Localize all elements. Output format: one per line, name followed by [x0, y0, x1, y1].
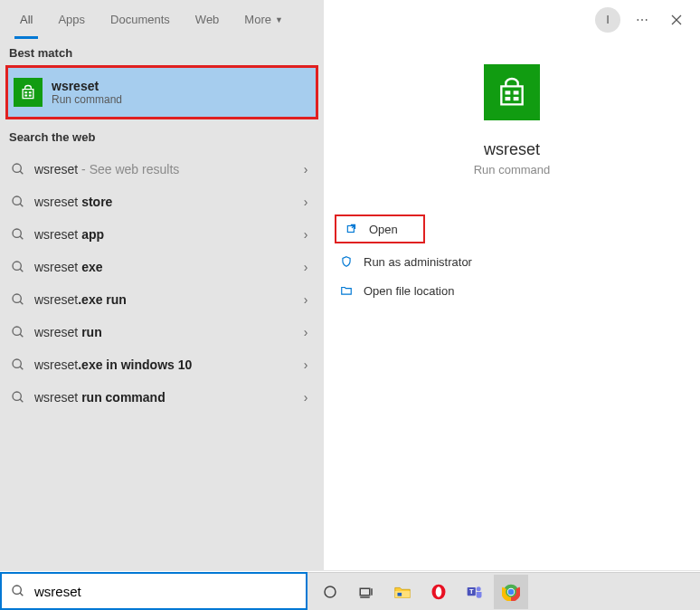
taskbar: T	[307, 572, 700, 610]
svg-rect-34	[395, 591, 411, 597]
svg-point-10	[13, 262, 21, 270]
detail-subtitle: Run command	[474, 163, 551, 176]
web-result[interactable]: wsreset run ›	[0, 316, 324, 348]
svg-point-4	[13, 164, 21, 172]
open-label: Open	[369, 223, 398, 236]
best-match-title: wsreset	[52, 79, 122, 93]
chevron-right-icon: ›	[298, 390, 313, 405]
tab-web[interactable]: Web	[183, 0, 232, 39]
svg-line-13	[20, 301, 23, 304]
open-location-action[interactable]: Open file location	[331, 276, 693, 305]
search-icon	[11, 584, 25, 598]
ellipsis-icon: ⋯	[636, 13, 648, 27]
web-results-list: wsreset - See web results › wsreset stor…	[0, 149, 324, 417]
web-result[interactable]: wsreset store ›	[0, 186, 324, 218]
chevron-right-icon: ›	[298, 292, 313, 307]
svg-point-30	[325, 586, 336, 597]
filter-tabs: All Apps Documents Web More▼	[0, 0, 324, 39]
search-left-panel: All Apps Documents Web More▼ Best match	[0, 0, 324, 570]
folder-icon	[393, 582, 412, 602]
search-icon	[11, 390, 25, 405]
svg-point-14	[13, 327, 21, 335]
web-result[interactable]: wsreset.exe run ›	[0, 283, 324, 316]
search-icon	[11, 325, 25, 339]
web-result[interactable]: wsreset run command ›	[0, 381, 324, 414]
open-location-label: Open file location	[364, 284, 454, 298]
search-icon	[11, 195, 25, 209]
svg-line-17	[20, 367, 23, 369]
svg-rect-1	[29, 91, 32, 93]
store-icon	[484, 64, 540, 120]
run-admin-action[interactable]: Run as administrator	[331, 247, 693, 276]
tab-all[interactable]: All	[7, 0, 45, 39]
search-web-header: Search the web	[0, 123, 324, 149]
cortana-icon	[322, 584, 338, 600]
tab-documents[interactable]: Documents	[98, 0, 183, 39]
svg-rect-2	[24, 95, 27, 97]
svg-point-6	[13, 196, 21, 205]
svg-point-45	[508, 588, 515, 595]
taskbar-taskview[interactable]	[349, 575, 383, 609]
svg-point-40	[477, 586, 481, 591]
taskbar-teams[interactable]: T	[458, 575, 492, 609]
search-icon	[11, 162, 25, 176]
web-result[interactable]: wsreset app ›	[0, 218, 324, 251]
open-icon	[344, 221, 360, 237]
svg-point-8	[13, 229, 21, 237]
svg-rect-22	[506, 91, 511, 94]
taskview-icon	[358, 584, 374, 600]
best-match-header: Best match	[0, 39, 324, 65]
folder-icon	[338, 282, 355, 299]
run-admin-label: Run as administrator	[364, 255, 472, 269]
taskbar-explorer[interactable]	[385, 575, 420, 609]
search-icon	[11, 292, 25, 307]
search-detail-panel: I ⋯ wsreset Run command	[324, 0, 700, 570]
svg-rect-35	[398, 592, 402, 596]
open-action[interactable]: Open	[335, 214, 425, 243]
web-result[interactable]: wsreset - See web results ›	[0, 153, 324, 186]
shield-icon	[338, 253, 355, 270]
svg-line-7	[20, 204, 23, 206]
web-result[interactable]: wsreset.exe in windows 10 ›	[0, 348, 324, 381]
tab-more[interactable]: More▼	[232, 0, 296, 39]
svg-line-9	[20, 236, 23, 239]
svg-rect-23	[514, 91, 519, 94]
svg-point-37	[436, 586, 442, 597]
teams-icon: T	[466, 583, 484, 601]
chevron-right-icon: ›	[298, 195, 313, 209]
svg-point-28	[13, 586, 21, 594]
web-result[interactable]: wsreset exe ›	[0, 251, 324, 283]
tab-apps[interactable]: Apps	[45, 0, 98, 39]
taskbar-chrome[interactable]	[494, 575, 528, 609]
search-icon	[11, 260, 25, 274]
svg-rect-24	[506, 97, 511, 100]
search-input[interactable]	[34, 584, 297, 599]
taskbar-cortana[interactable]	[313, 575, 347, 609]
svg-line-29	[20, 593, 23, 596]
close-button[interactable]	[660, 5, 693, 34]
detail-title: wsreset	[484, 140, 540, 159]
search-box[interactable]	[0, 572, 307, 610]
more-options-button[interactable]: ⋯	[626, 5, 658, 34]
search-icon	[11, 227, 25, 242]
svg-line-15	[20, 334, 23, 337]
chevron-right-icon: ›	[298, 260, 313, 274]
svg-line-5	[20, 171, 23, 174]
svg-line-11	[20, 269, 23, 272]
search-icon	[11, 357, 25, 372]
svg-point-16	[13, 359, 21, 367]
chevron-down-icon: ▼	[275, 15, 283, 24]
svg-text:T: T	[469, 587, 474, 596]
chevron-right-icon: ›	[298, 162, 313, 176]
account-avatar[interactable]: I	[591, 5, 624, 34]
chevron-right-icon: ›	[298, 357, 313, 372]
taskbar-opera[interactable]	[421, 575, 456, 609]
opera-icon	[430, 583, 448, 601]
svg-rect-0	[24, 91, 27, 93]
chevron-right-icon: ›	[298, 227, 313, 242]
svg-rect-3	[29, 95, 32, 97]
svg-rect-25	[514, 97, 519, 100]
best-match-subtitle: Run command	[52, 93, 122, 106]
svg-point-12	[13, 294, 21, 302]
best-match-result[interactable]: wsreset Run command	[5, 65, 318, 119]
